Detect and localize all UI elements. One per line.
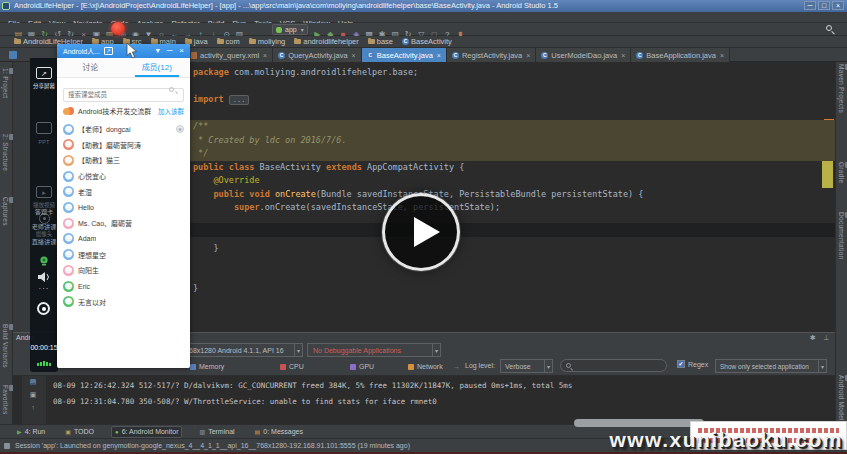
close-icon[interactable]: ×: [621, 52, 625, 59]
code-line: package com.moliying.androidlifehelper.b…: [186, 66, 835, 80]
status-icon: [4, 443, 10, 449]
avatar: ☻: [63, 202, 74, 213]
search-everywhere-icon[interactable]: [826, 25, 835, 34]
monitor-tab-cpu[interactable]: CPU: [280, 359, 304, 374]
tool-button-android-model[interactable]: Android Model: [838, 375, 847, 421]
tab-label: Memory: [199, 363, 224, 370]
code-segment: .onCreate(savedInstanceState, persistent…: [260, 202, 501, 212]
chat-title: Android人...: [63, 46, 100, 56]
tab-queryactivity-java[interactable]: CQueryActivity.java×: [273, 48, 362, 62]
share-screen-button[interactable]: ↗分享屏幕: [30, 62, 58, 90]
tab-scroll-arrow-icon[interactable]: →: [453, 359, 460, 374]
tab-activity-query-xml[interactable]: activity_query.xml×: [186, 48, 273, 62]
tab-label: QueryActivity.java: [288, 51, 347, 60]
chat-menu-caret-icon[interactable]: ▾: [156, 44, 160, 58]
monitor-tab-network[interactable]: Network: [408, 359, 443, 374]
breadcrumb-item-com[interactable]: com: [217, 37, 240, 46]
member-name: 心悦宜心: [78, 171, 106, 181]
class-icon: C: [278, 52, 285, 59]
monitor-tab-memory[interactable]: Memory: [190, 359, 224, 374]
regex-checkbox[interactable]: ✔ Regex: [677, 360, 708, 368]
chat-tab-12[interactable]: 成员(12): [124, 58, 191, 77]
answer-card-button[interactable]: 答题卡: [31, 206, 58, 216]
live-class-button[interactable]: 直播讲课: [31, 236, 58, 246]
avatar: ☻: [63, 171, 74, 182]
chat-minimize-button[interactable]: ─: [167, 44, 173, 58]
ppt-button[interactable]: PPT: [30, 120, 58, 145]
member-row[interactable]: ☻【老师】dongcai★: [57, 121, 190, 137]
close-button[interactable]: ×: [832, 1, 844, 10]
tool-button-documentation[interactable]: Documentation: [838, 212, 847, 260]
print-icon[interactable]: ▤: [28, 378, 38, 386]
join-group-link[interactable]: 加入该群: [158, 106, 184, 116]
logcat-filter-selector[interactable]: Show only selected application ▾: [715, 359, 827, 373]
close-icon[interactable]: ×: [526, 52, 530, 59]
gear-icon[interactable]: ✱: [810, 334, 816, 342]
button-label: 0: Messages: [263, 428, 303, 435]
tool-window-button-4-run[interactable]: ▶4: Run: [14, 426, 48, 438]
more-options-button[interactable]: ···: [30, 284, 58, 293]
code-editor[interactable]: package com.moliying.androidlifehelper.b…: [186, 62, 835, 332]
breadcrumb-item-base[interactable]: base: [368, 37, 393, 46]
run-configuration-selector[interactable]: app▾: [272, 24, 308, 35]
record-button[interactable]: [37, 302, 50, 315]
close-icon[interactable]: ×: [263, 52, 267, 59]
chat-titlebar[interactable]: Android人... ↗ ▾ ─ ×: [57, 44, 190, 58]
tab-list-icon[interactable]: [9, 51, 17, 59]
pop-out-icon[interactable]: ↗: [104, 47, 113, 55]
member-search-input[interactable]: [63, 88, 184, 102]
debuggable-apps-selector[interactable]: No Debuggable Applications ▾: [307, 343, 441, 357]
chat-tab-item[interactable]: 讨论: [57, 58, 124, 77]
group-row[interactable]: Android技术开发交流群加入该群: [57, 103, 190, 119]
tool-window-button-0-messages[interactable]: ▤0: Messages: [252, 426, 306, 438]
member-row[interactable]: ☻【助教】磨砺营阿涛: [57, 137, 190, 153]
play-video-icon: ▸: [36, 186, 52, 198]
watermark: www.xunibaoku.com: [609, 429, 843, 452]
play-video-button[interactable]: ▸播放视频: [30, 181, 58, 209]
teacher-class-button[interactable]: 老师讲课: [31, 221, 58, 231]
member-row[interactable]: ☻Hello: [57, 200, 190, 216]
breadcrumb-item-moliying[interactable]: moliying: [249, 37, 286, 46]
minimize-button[interactable]: ─: [804, 1, 816, 10]
member-row[interactable]: ☻Adam: [57, 231, 190, 247]
close-icon[interactable]: ×: [352, 52, 356, 59]
breadcrumb-label: java: [194, 37, 208, 46]
member-row[interactable]: ☻心悦宜心: [57, 168, 190, 184]
log-level-selector[interactable]: Verbose ▾: [500, 359, 553, 373]
tab-usermodeldao-java[interactable]: CUserModelDao.java×: [536, 48, 631, 62]
close-icon[interactable]: ×: [437, 52, 441, 59]
scroll-to-top-icon[interactable]: ↑: [28, 404, 38, 411]
avatar: ☻: [63, 139, 74, 150]
tab-baseactivity-java[interactable]: CBaseActivity.java×: [362, 48, 447, 62]
member-row[interactable]: ☻Ms. Cao、磨砺营: [57, 215, 190, 231]
breadcrumb-item-androidlifehelper[interactable]: androidlifehelper: [294, 37, 358, 46]
tool-window-button-todo[interactable]: ▣TODO: [62, 426, 97, 438]
screen-recording-dot-icon: [111, 22, 125, 35]
member-row[interactable]: ☻老湿: [57, 184, 190, 200]
member-row[interactable]: ☻【助教】猫三: [57, 152, 190, 168]
chat-close-button[interactable]: ×: [179, 44, 184, 58]
monitor-tab-gpu[interactable]: GPU: [350, 359, 374, 374]
member-row[interactable]: ☻向阳生: [57, 262, 190, 278]
pin-icon[interactable]: ⊥: [823, 334, 829, 342]
settings-icon[interactable]: ▣: [28, 391, 38, 399]
tool-window-button-terminal[interactable]: ▥Terminal: [196, 426, 237, 438]
folded-imports: ...: [229, 95, 250, 105]
member-row[interactable]: ☻理想星空: [57, 247, 190, 263]
tool-button-maven-projects[interactable]: Maven Projects: [838, 64, 847, 113]
close-icon[interactable]: ×: [720, 52, 724, 59]
video-play-button[interactable]: [382, 193, 460, 271]
member-row[interactable]: ☻无言以对: [57, 294, 190, 310]
code-segment: public class: [193, 162, 260, 172]
avatar: ☻: [63, 265, 74, 276]
breadcrumb-item-baseactivity[interactable]: CBaseActivity: [402, 37, 452, 46]
tool-window-button-6-android-monitor[interactable]: ●6: Android Monitor: [111, 426, 182, 438]
maximize-button[interactable]: □: [818, 1, 830, 10]
logcat-search-input[interactable]: [560, 359, 667, 372]
tab-baseapplication-java[interactable]: CBaseApplication.java×: [631, 48, 730, 62]
member-search[interactable]: [63, 83, 184, 97]
member-row[interactable]: ☻Eric: [57, 278, 190, 294]
member-name: 【老师】dongcai: [78, 124, 131, 134]
tab-registactivity-java[interactable]: CRegistActivity.java×: [447, 48, 536, 62]
tool-button-gradle[interactable]: Gradle: [838, 162, 847, 183]
